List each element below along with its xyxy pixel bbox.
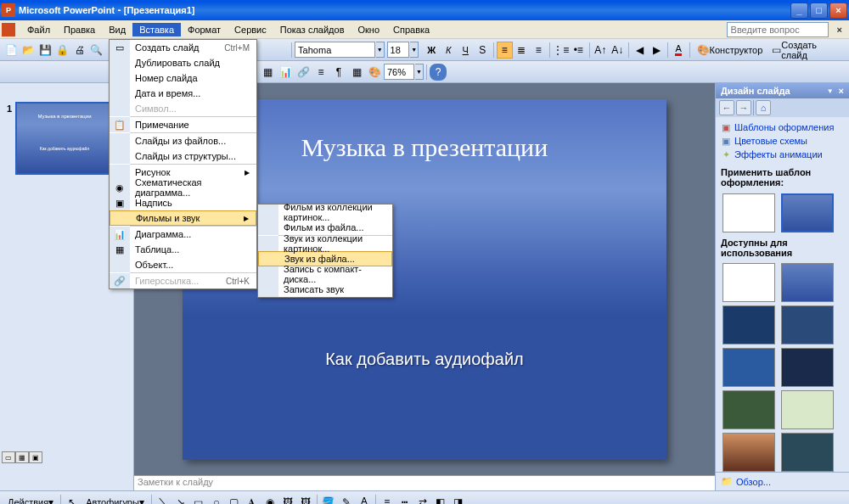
- oval-icon[interactable]: ○: [208, 494, 225, 505]
- nav-back-icon[interactable]: ←: [719, 100, 734, 115]
- menu-item[interactable]: Номер слайда: [110, 70, 256, 86]
- doc-close-button[interactable]: ×: [832, 25, 847, 35]
- decrease-font-icon[interactable]: A↓: [610, 42, 626, 59]
- chart-icon[interactable]: 📊: [277, 64, 294, 81]
- menu-tools[interactable]: Сервис: [228, 23, 273, 36]
- template-item[interactable]: [722, 390, 775, 429]
- align-right-icon[interactable]: ≡: [531, 42, 547, 59]
- fill-color-icon[interactable]: 🪣: [320, 494, 337, 505]
- increase-font-icon[interactable]: A↑: [593, 42, 609, 59]
- textbox-icon[interactable]: ▢: [226, 494, 243, 505]
- browse-link[interactable]: 📁 Обзор...: [716, 472, 849, 490]
- menu-insert[interactable]: Вставка: [132, 23, 181, 36]
- open-icon[interactable]: 📂: [20, 42, 37, 59]
- taskpane-dropdown-icon[interactable]: ▼: [827, 87, 834, 95]
- 3d-style-icon[interactable]: ◨: [450, 494, 467, 505]
- dash-style-icon[interactable]: ┅: [396, 494, 413, 505]
- template-item[interactable]: [781, 305, 834, 344]
- hyperlink-icon[interactable]: 🔗: [295, 64, 312, 81]
- menu-item[interactable]: Фильмы и звук▶: [110, 210, 256, 226]
- select-icon[interactable]: ↖: [64, 494, 81, 505]
- new-slide-button[interactable]: ▭ Создать слайд: [767, 42, 846, 59]
- shadow-icon[interactable]: S: [475, 42, 491, 59]
- expand-icon[interactable]: ≡: [312, 64, 329, 81]
- sorter-view-icon[interactable]: ▦: [15, 451, 29, 463]
- menu-file[interactable]: Файл: [20, 23, 57, 36]
- nav-home-icon[interactable]: ⌂: [756, 100, 771, 115]
- link-color-schemes[interactable]: ▣Цветовые схемы: [721, 134, 844, 148]
- menu-item[interactable]: ▭Создать слайдCtrl+M: [110, 40, 256, 55]
- align-center-icon[interactable]: ≣: [514, 42, 530, 59]
- menu-edit[interactable]: Правка: [57, 23, 102, 36]
- template-item[interactable]: [722, 193, 775, 232]
- decrease-indent-icon[interactable]: ◀: [632, 42, 648, 59]
- font-dropdown-icon[interactable]: ▼: [376, 42, 385, 58]
- menu-item[interactable]: 📊Диаграмма...: [110, 227, 256, 242]
- underline-icon[interactable]: Ч: [458, 42, 474, 59]
- menu-item[interactable]: Слайды из файлов...: [110, 133, 256, 148]
- zoom-dropdown-icon[interactable]: ▼: [415, 64, 424, 80]
- grid-icon[interactable]: ▦: [348, 64, 365, 81]
- color-icon[interactable]: 🎨: [366, 64, 383, 81]
- designer-button[interactable]: 🎨 Конструктор: [693, 42, 767, 59]
- show-formatting-icon[interactable]: ¶: [330, 64, 347, 81]
- increase-indent-icon[interactable]: ▶: [649, 42, 665, 59]
- menu-format[interactable]: Формат: [181, 23, 228, 36]
- bullets-icon[interactable]: •≡: [571, 42, 587, 59]
- autoshapes-button[interactable]: Автофигуры ▾: [82, 494, 149, 505]
- rectangle-icon[interactable]: ▭: [190, 494, 207, 505]
- link-animations[interactable]: ✦Эффекты анимации: [721, 148, 844, 161]
- fontsize-dropdown-icon[interactable]: ▼: [410, 42, 419, 58]
- submenu-item[interactable]: Запись с компакт-диска...: [258, 266, 392, 282]
- line-color-icon[interactable]: ✎: [338, 494, 355, 505]
- menu-item[interactable]: Дата и время...: [110, 86, 256, 101]
- font-color-icon[interactable]: A: [671, 42, 687, 59]
- template-item[interactable]: [722, 305, 775, 344]
- submenu-item[interactable]: Звук из коллекции картинок...: [258, 236, 392, 251]
- template-item[interactable]: [781, 390, 834, 429]
- bold-icon[interactable]: Ж: [424, 42, 440, 59]
- minimize-button[interactable]: _: [790, 3, 808, 19]
- fontsize-select[interactable]: 18: [387, 42, 410, 58]
- template-item[interactable]: [722, 348, 775, 387]
- template-item[interactable]: [722, 263, 775, 302]
- menu-window[interactable]: Окно: [351, 23, 387, 36]
- actions-button[interactable]: Действия ▾: [3, 494, 58, 505]
- help-icon[interactable]: ?: [430, 64, 447, 81]
- submenu-item[interactable]: Записать звук: [258, 282, 392, 297]
- font-color-icon[interactable]: A: [356, 494, 373, 505]
- menu-item[interactable]: Объект...: [110, 257, 256, 272]
- template-item[interactable]: [781, 193, 834, 232]
- menu-item[interactable]: Дублировать слайд: [110, 55, 256, 70]
- clipart-icon[interactable]: 🖼: [279, 494, 296, 505]
- save-icon[interactable]: 💾: [37, 42, 53, 59]
- slide-thumbnail-1[interactable]: 1 Музыка в презентации Как добавить ауди…: [15, 102, 114, 175]
- template-item[interactable]: [722, 433, 775, 472]
- font-select[interactable]: Tahoma: [295, 42, 375, 58]
- numbering-icon[interactable]: ⋮≡: [553, 42, 570, 59]
- link-templates[interactable]: ▣Шаблоны оформления: [721, 120, 844, 134]
- diagram-icon[interactable]: ◉: [261, 494, 278, 505]
- italic-icon[interactable]: К: [441, 42, 457, 59]
- template-item[interactable]: [781, 348, 834, 387]
- arrow-icon[interactable]: ↘: [172, 494, 189, 505]
- menu-view[interactable]: Вид: [102, 23, 132, 36]
- picture-icon[interactable]: 🖼: [297, 494, 314, 505]
- template-item[interactable]: [781, 433, 834, 472]
- help-input[interactable]: [727, 22, 829, 37]
- line-style-icon[interactable]: ≡: [379, 494, 396, 505]
- menu-help[interactable]: Справка: [386, 23, 436, 36]
- arrow-style-icon[interactable]: ⇄: [414, 494, 431, 505]
- taskpane-close-icon[interactable]: ×: [839, 86, 844, 96]
- menu-item[interactable]: ▣Надпись: [110, 195, 256, 210]
- preview-icon[interactable]: 🔍: [88, 42, 104, 59]
- menu-item[interactable]: ◉Схематическая диаграмма...: [110, 180, 256, 195]
- line-icon[interactable]: ＼: [155, 494, 171, 505]
- maximize-button[interactable]: □: [810, 3, 828, 19]
- submenu-item[interactable]: Фильм из коллекции картинок...: [258, 204, 392, 220]
- menu-item[interactable]: 📋Примечание: [110, 117, 256, 132]
- template-item[interactable]: [781, 263, 834, 302]
- print-icon[interactable]: 🖨: [71, 42, 87, 59]
- wordart-icon[interactable]: 𝐀: [244, 494, 261, 505]
- permission-icon[interactable]: 🔒: [54, 42, 70, 59]
